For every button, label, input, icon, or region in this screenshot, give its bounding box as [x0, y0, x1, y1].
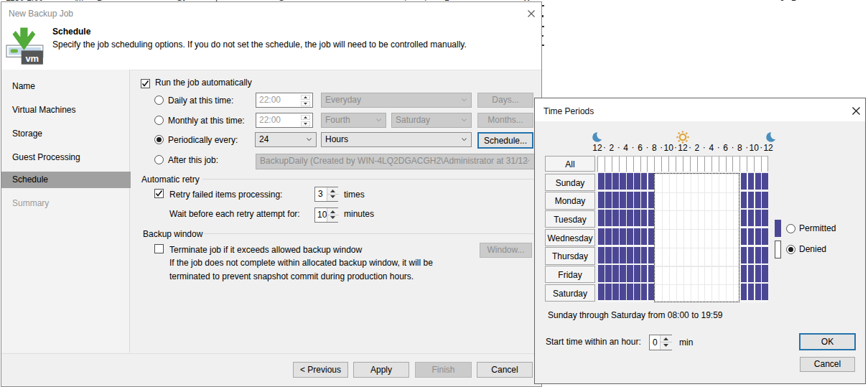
svg-text:vm: vm — [25, 53, 39, 64]
